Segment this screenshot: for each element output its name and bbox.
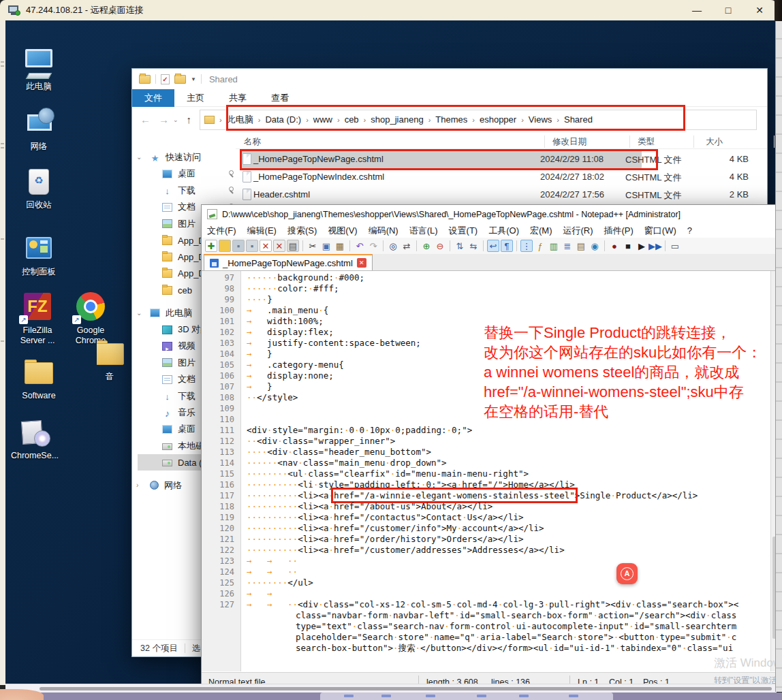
desktop-icon-partial[interactable]: 音 bbox=[97, 338, 131, 382]
menu-语言(L)[interactable]: 语言(L) bbox=[404, 225, 443, 237]
annotation-line: 替换一下Single Product的跳转连接， bbox=[484, 323, 762, 343]
back-icon[interactable]: ← bbox=[140, 114, 151, 125]
file-row[interactable]: _HomePageTopNewIndex.cshtml2024/2/27 18:… bbox=[236, 168, 775, 186]
desktop-icon-回收站[interactable]: ♻回收站 bbox=[12, 166, 65, 210]
host-window-sliver-left bbox=[0, 20, 5, 685]
code-text: →display:none; bbox=[247, 370, 334, 381]
menu-运行(R)[interactable]: 运行(R) bbox=[557, 225, 598, 237]
paste-icon[interactable]: ▦ bbox=[334, 240, 346, 252]
copy-icon[interactable]: ▣ bbox=[320, 240, 332, 252]
desktop-icon-此电脑[interactable]: 此电脑 bbox=[12, 48, 65, 92]
code-text-run: Product</a></li> bbox=[616, 490, 698, 500]
space-dot: · bbox=[287, 501, 293, 511]
zoom-in-icon[interactable]: ⊕ bbox=[420, 240, 433, 252]
minimize-button[interactable]: — bbox=[681, 0, 713, 20]
expand-chevron-icon[interactable]: ⌄ bbox=[136, 309, 142, 317]
recent-locations-icon[interactable]: ⌄ bbox=[173, 116, 178, 123]
save-all-icon[interactable]: ▪ bbox=[246, 240, 258, 252]
macro-run-multi-icon[interactable]: ▶▶ bbox=[649, 240, 661, 252]
doc-list-icon[interactable]: ≣ bbox=[561, 240, 574, 252]
menu-插件(P)[interactable]: 插件(P) bbox=[599, 225, 639, 237]
print-icon[interactable]: ▤ bbox=[287, 240, 299, 252]
macro-stop-icon[interactable]: ■ bbox=[622, 240, 634, 252]
notepad-titlebar[interactable]: D:\www\ceb\shop_jianeng\Themes\eshopper\… bbox=[202, 205, 775, 223]
ribbon-tab-文件[interactable]: 文件 bbox=[132, 89, 174, 107]
desktop-icon-ChromeSe...[interactable]: ChromeSe... bbox=[8, 417, 61, 461]
column-divider[interactable] bbox=[774, 136, 775, 148]
open-folder-icon[interactable] bbox=[219, 240, 231, 252]
menu-工具(O)[interactable]: 工具(O) bbox=[483, 225, 525, 237]
menu-搜索(S)[interactable]: 搜索(S) bbox=[282, 225, 322, 237]
column-header-修改日期[interactable]: 修改日期 bbox=[552, 136, 586, 148]
desktop-icon-FileZilla[interactable]: FZ↗FileZillaServer ... bbox=[11, 291, 64, 346]
expand-chevron-icon[interactable]: › bbox=[136, 481, 138, 489]
column-header-名称[interactable]: 名称 bbox=[244, 136, 261, 148]
tab-homepagetopnewpage[interactable]: _HomePageTopNewPage.cshtml ✕ bbox=[204, 254, 373, 270]
ribbon-tab-主页[interactable]: 主页 bbox=[174, 89, 217, 107]
column-header-大小[interactable]: 大小 bbox=[706, 136, 723, 148]
explorer-titlebar[interactable]: ✓ ▼ Shared bbox=[132, 69, 767, 89]
function-list-icon[interactable]: ƒ bbox=[534, 240, 546, 252]
code-text-run: href="/contactus">Contact bbox=[334, 512, 462, 522]
menu-文件(F)[interactable]: 文件(F) bbox=[202, 225, 242, 237]
menu-设置(T)[interactable]: 设置(T) bbox=[443, 225, 484, 237]
rdp-titlebar[interactable]: 47.244.108.21 - 远程桌面连接 — □ ✕ bbox=[0, 0, 777, 20]
close-icon[interactable]: ✕ bbox=[260, 240, 272, 252]
menu-宏(M)[interactable]: 宏(M) bbox=[525, 225, 558, 237]
macro-record-icon[interactable]: ● bbox=[608, 240, 621, 252]
chevron-down-icon[interactable]: ▼ bbox=[191, 76, 196, 82]
menu-编码(N)[interactable]: 编码(N) bbox=[363, 225, 404, 237]
desktop-icon-Software[interactable]: Software bbox=[12, 357, 65, 401]
code-text-run: display:flex; bbox=[267, 327, 334, 337]
column-divider[interactable] bbox=[544, 136, 545, 148]
column-header-类型[interactable]: 类型 bbox=[638, 136, 655, 148]
editor-scrollbar[interactable] bbox=[770, 271, 775, 671]
tab-close-icon[interactable]: ✕ bbox=[357, 258, 366, 268]
sidebar-item-桌面[interactable]: 桌面 bbox=[138, 165, 240, 182]
sync-vertical-icon[interactable]: ⇅ bbox=[454, 240, 466, 252]
annotation-app-icon[interactable]: A bbox=[616, 563, 638, 584]
expand-chevron-icon[interactable]: ⌄ bbox=[136, 153, 142, 161]
zoom-out-icon[interactable]: ⊖ bbox=[434, 240, 446, 252]
new-file-icon[interactable]: ✚ bbox=[205, 240, 217, 252]
menu-视图(V)[interactable]: 视图(V) bbox=[322, 225, 362, 237]
word-wrap-icon[interactable]: ↩ bbox=[487, 240, 499, 252]
rdp-horizontal-scrollbar[interactable] bbox=[5, 684, 777, 693]
sync-horizontal-icon[interactable]: ⇆ bbox=[467, 240, 480, 252]
sidebar-item-快速访问[interactable]: 快速访问 bbox=[138, 149, 240, 165]
up-icon[interactable]: ↑ bbox=[187, 114, 192, 125]
desktop-icon-网络[interactable]: 网络 bbox=[12, 108, 65, 152]
find-icon[interactable]: ◎ bbox=[387, 240, 399, 252]
menu-窗口(W)[interactable]: 窗口(W) bbox=[639, 225, 682, 237]
line-number: 110 bbox=[202, 414, 234, 425]
forward-icon[interactable]: → bbox=[159, 114, 169, 125]
sidebar-item-下载[interactable]: 下载 bbox=[138, 182, 240, 199]
notepad-window[interactable]: D:\www\ceb\shop_jianeng\Themes\eshopper\… bbox=[201, 204, 775, 684]
scrollbar-thumb[interactable] bbox=[40, 687, 772, 690]
macro-play-icon[interactable]: ▶ bbox=[636, 240, 648, 252]
space-dot: · bbox=[287, 599, 293, 609]
menu-编辑(E)[interactable]: 编辑(E) bbox=[242, 225, 282, 237]
doc-map-icon[interactable]: ▥ bbox=[548, 240, 560, 252]
cut-icon[interactable]: ✂ bbox=[307, 240, 319, 252]
new-folder-icon[interactable] bbox=[174, 75, 186, 84]
save-icon[interactable]: ▪ bbox=[232, 240, 245, 252]
doc-switcher-icon[interactable]: ▭ bbox=[669, 240, 681, 252]
folder-workspace-icon[interactable]: ▤ bbox=[575, 240, 587, 252]
indent-guide-icon[interactable]: ⋮ bbox=[520, 240, 533, 252]
maximize-button[interactable]: □ bbox=[713, 0, 744, 20]
close-all-icon[interactable]: ✕ bbox=[273, 240, 285, 252]
column-divider[interactable] bbox=[629, 136, 630, 148]
desktop-icon-控制面板[interactable]: 控制面板 bbox=[12, 233, 65, 277]
undo-icon[interactable]: ↶ bbox=[354, 240, 366, 252]
redo-icon[interactable]: ↷ bbox=[367, 240, 379, 252]
menu-?[interactable]: ? bbox=[682, 225, 698, 236]
show-all-chars-icon[interactable]: ¶ bbox=[501, 240, 513, 252]
space-dot: · bbox=[277, 577, 283, 588]
close-button[interactable]: ✕ bbox=[744, 0, 775, 20]
replace-icon[interactable]: ⇄ bbox=[401, 240, 413, 252]
file-monitoring-icon[interactable]: ◉ bbox=[589, 240, 601, 252]
properties-check-icon[interactable]: ✓ bbox=[161, 74, 170, 84]
file-row[interactable]: Header.cshtml2024/2/27 17:56CSHTML 文件2 K… bbox=[236, 186, 775, 204]
column-divider[interactable] bbox=[693, 136, 694, 148]
